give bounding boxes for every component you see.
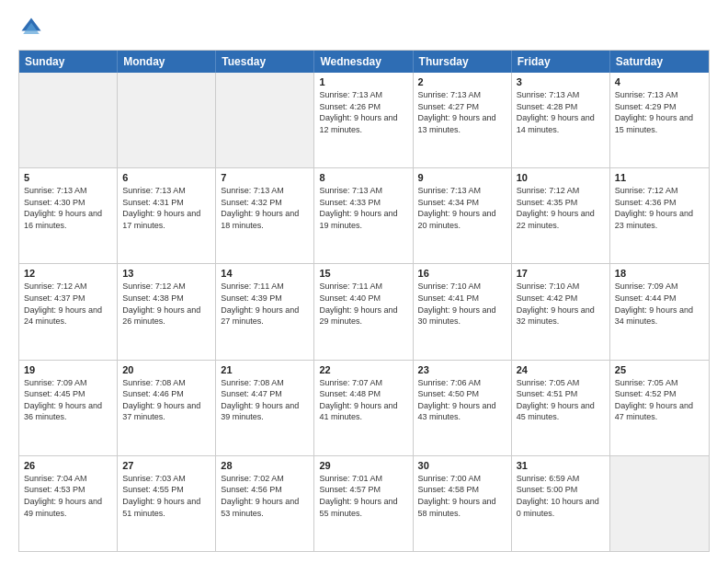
calendar-body: 1Sunrise: 7:13 AM Sunset: 4:26 PM Daylig… (19, 73, 709, 551)
cell-info: Sunrise: 7:12 AM Sunset: 4:37 PM Dayligh… (24, 281, 112, 327)
day-number: 2 (418, 76, 506, 87)
day-number: 10 (517, 172, 605, 183)
cell-info: Sunrise: 7:13 AM Sunset: 4:32 PM Dayligh… (221, 185, 309, 231)
cell-info: Sunrise: 7:03 AM Sunset: 4:55 PM Dayligh… (122, 473, 210, 519)
logo (18, 15, 48, 40)
calendar-cell-day-29: 29Sunrise: 7:01 AM Sunset: 4:57 PM Dayli… (314, 456, 413, 551)
day-number: 16 (418, 268, 506, 279)
cell-info: Sunrise: 6:59 AM Sunset: 5:00 PM Dayligh… (517, 473, 605, 519)
cell-info: Sunrise: 7:08 AM Sunset: 4:47 PM Dayligh… (221, 377, 309, 423)
header-day-tuesday: Tuesday (216, 51, 314, 73)
calendar-cell-day-12: 12Sunrise: 7:12 AM Sunset: 4:37 PM Dayli… (19, 264, 118, 359)
calendar-cell-day-22: 22Sunrise: 7:07 AM Sunset: 4:48 PM Dayli… (314, 361, 413, 455)
cell-info: Sunrise: 7:08 AM Sunset: 4:46 PM Dayligh… (122, 377, 210, 423)
day-number: 9 (418, 172, 506, 183)
cell-info: Sunrise: 7:11 AM Sunset: 4:39 PM Dayligh… (221, 281, 309, 327)
calendar-cell-day-15: 15Sunrise: 7:11 AM Sunset: 4:40 PM Dayli… (314, 264, 413, 359)
cell-info: Sunrise: 7:02 AM Sunset: 4:56 PM Dayligh… (221, 473, 309, 519)
page: SundayMondayTuesdayWednesdayThursdayFrid… (0, 0, 728, 563)
calendar-cell-day-17: 17Sunrise: 7:10 AM Sunset: 4:42 PM Dayli… (512, 264, 610, 359)
calendar-cell-day-23: 23Sunrise: 7:06 AM Sunset: 4:50 PM Dayli… (414, 361, 512, 455)
header-day-sunday: Sunday (19, 51, 118, 73)
calendar-cell-day-30: 30Sunrise: 7:00 AM Sunset: 4:58 PM Dayli… (414, 456, 512, 551)
cell-info: Sunrise: 7:13 AM Sunset: 4:29 PM Dayligh… (615, 89, 704, 135)
cell-info: Sunrise: 7:13 AM Sunset: 4:28 PM Dayligh… (517, 89, 605, 135)
day-number: 8 (319, 172, 407, 183)
calendar-cell-empty (610, 456, 709, 551)
calendar-cell-day-14: 14Sunrise: 7:11 AM Sunset: 4:39 PM Dayli… (216, 264, 314, 359)
header-day-wednesday: Wednesday (314, 51, 413, 73)
calendar-cell-day-8: 8Sunrise: 7:13 AM Sunset: 4:33 PM Daylig… (314, 168, 413, 263)
calendar-row-4: 19Sunrise: 7:09 AM Sunset: 4:45 PM Dayli… (19, 360, 709, 455)
cell-info: Sunrise: 7:12 AM Sunset: 4:38 PM Dayligh… (122, 281, 210, 327)
calendar-cell-day-20: 20Sunrise: 7:08 AM Sunset: 4:46 PM Dayli… (118, 361, 216, 455)
cell-info: Sunrise: 7:05 AM Sunset: 4:51 PM Dayligh… (517, 377, 605, 423)
calendar-cell-day-5: 5Sunrise: 7:13 AM Sunset: 4:30 PM Daylig… (19, 168, 118, 263)
calendar-cell-day-24: 24Sunrise: 7:05 AM Sunset: 4:51 PM Dayli… (512, 361, 610, 455)
cell-info: Sunrise: 7:06 AM Sunset: 4:50 PM Dayligh… (418, 377, 506, 423)
logo-icon (18, 15, 44, 40)
day-number: 24 (517, 364, 605, 375)
day-number: 20 (122, 364, 210, 375)
calendar-cell-day-9: 9Sunrise: 7:13 AM Sunset: 4:34 PM Daylig… (414, 168, 512, 263)
cell-info: Sunrise: 7:13 AM Sunset: 4:31 PM Dayligh… (122, 185, 210, 231)
calendar-cell-day-3: 3Sunrise: 7:13 AM Sunset: 4:28 PM Daylig… (512, 73, 610, 167)
day-number: 13 (122, 268, 210, 279)
cell-info: Sunrise: 7:09 AM Sunset: 4:45 PM Dayligh… (24, 377, 112, 423)
calendar-cell-day-27: 27Sunrise: 7:03 AM Sunset: 4:55 PM Dayli… (118, 456, 216, 551)
cell-info: Sunrise: 7:12 AM Sunset: 4:36 PM Dayligh… (615, 185, 704, 231)
calendar-cell-day-10: 10Sunrise: 7:12 AM Sunset: 4:35 PM Dayli… (512, 168, 610, 263)
day-number: 3 (517, 76, 605, 87)
cell-info: Sunrise: 7:13 AM Sunset: 4:33 PM Dayligh… (319, 185, 407, 231)
day-number: 26 (24, 460, 112, 471)
cell-info: Sunrise: 7:05 AM Sunset: 4:52 PM Dayligh… (615, 377, 704, 423)
calendar-row-5: 26Sunrise: 7:04 AM Sunset: 4:53 PM Dayli… (19, 455, 709, 551)
day-number: 28 (221, 460, 309, 471)
day-number: 21 (221, 364, 309, 375)
calendar-cell-day-7: 7Sunrise: 7:13 AM Sunset: 4:32 PM Daylig… (216, 168, 314, 263)
calendar-cell-day-6: 6Sunrise: 7:13 AM Sunset: 4:31 PM Daylig… (118, 168, 216, 263)
calendar-cell-day-16: 16Sunrise: 7:10 AM Sunset: 4:41 PM Dayli… (414, 264, 512, 359)
day-number: 29 (319, 460, 407, 471)
calendar-cell-day-21: 21Sunrise: 7:08 AM Sunset: 4:47 PM Dayli… (216, 361, 314, 455)
calendar-cell-empty (216, 73, 314, 167)
day-number: 19 (24, 364, 112, 375)
calendar-cell-day-19: 19Sunrise: 7:09 AM Sunset: 4:45 PM Dayli… (19, 361, 118, 455)
calendar-cell-day-31: 31Sunrise: 6:59 AM Sunset: 5:00 PM Dayli… (512, 456, 610, 551)
day-number: 5 (24, 172, 112, 183)
cell-info: Sunrise: 7:12 AM Sunset: 4:35 PM Dayligh… (517, 185, 605, 231)
calendar-cell-day-25: 25Sunrise: 7:05 AM Sunset: 4:52 PM Dayli… (610, 361, 709, 455)
day-number: 4 (615, 76, 704, 87)
day-number: 11 (615, 172, 704, 183)
cell-info: Sunrise: 7:10 AM Sunset: 4:41 PM Dayligh… (418, 281, 506, 327)
calendar-cell-day-4: 4Sunrise: 7:13 AM Sunset: 4:29 PM Daylig… (610, 73, 709, 167)
header (18, 15, 710, 40)
day-number: 23 (418, 364, 506, 375)
day-number: 27 (122, 460, 210, 471)
day-number: 1 (319, 76, 407, 87)
cell-info: Sunrise: 7:13 AM Sunset: 4:27 PM Dayligh… (418, 89, 506, 135)
cell-info: Sunrise: 7:13 AM Sunset: 4:30 PM Dayligh… (24, 185, 112, 231)
day-number: 30 (418, 460, 506, 471)
cell-info: Sunrise: 7:13 AM Sunset: 4:34 PM Dayligh… (418, 185, 506, 231)
day-number: 14 (221, 268, 309, 279)
day-number: 6 (122, 172, 210, 183)
header-day-monday: Monday (118, 51, 216, 73)
header-day-thursday: Thursday (414, 51, 512, 73)
calendar-cell-empty (19, 73, 118, 167)
day-number: 7 (221, 172, 309, 183)
calendar: SundayMondayTuesdayWednesdayThursdayFrid… (18, 50, 710, 552)
calendar-cell-day-1: 1Sunrise: 7:13 AM Sunset: 4:26 PM Daylig… (314, 73, 413, 167)
calendar-row-3: 12Sunrise: 7:12 AM Sunset: 4:37 PM Dayli… (19, 263, 709, 359)
calendar-cell-day-18: 18Sunrise: 7:09 AM Sunset: 4:44 PM Dayli… (610, 264, 709, 359)
calendar-header-row: SundayMondayTuesdayWednesdayThursdayFrid… (19, 51, 709, 73)
cell-info: Sunrise: 7:11 AM Sunset: 4:40 PM Dayligh… (319, 281, 407, 327)
calendar-cell-day-28: 28Sunrise: 7:02 AM Sunset: 4:56 PM Dayli… (216, 456, 314, 551)
day-number: 31 (517, 460, 605, 471)
cell-info: Sunrise: 7:01 AM Sunset: 4:57 PM Dayligh… (319, 473, 407, 519)
cell-info: Sunrise: 7:09 AM Sunset: 4:44 PM Dayligh… (615, 281, 704, 327)
calendar-row-1: 1Sunrise: 7:13 AM Sunset: 4:26 PM Daylig… (19, 73, 709, 167)
cell-info: Sunrise: 7:04 AM Sunset: 4:53 PM Dayligh… (24, 473, 112, 519)
day-number: 12 (24, 268, 112, 279)
calendar-cell-day-11: 11Sunrise: 7:12 AM Sunset: 4:36 PM Dayli… (610, 168, 709, 263)
